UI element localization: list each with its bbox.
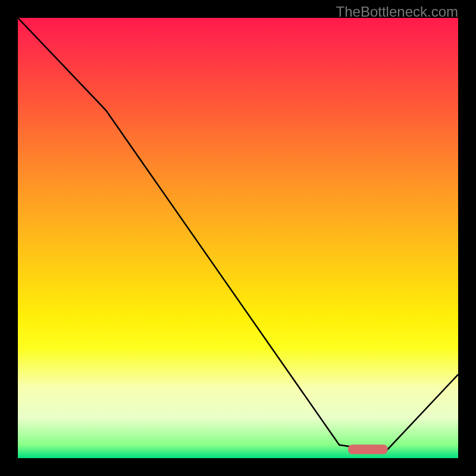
bottleneck-curve-path — [18, 18, 458, 449]
curve-svg — [18, 18, 458, 458]
chart-container: TheBottleneck.com — [0, 0, 476, 476]
plot-area — [18, 18, 458, 458]
optimal-marker-rect — [348, 444, 388, 454]
